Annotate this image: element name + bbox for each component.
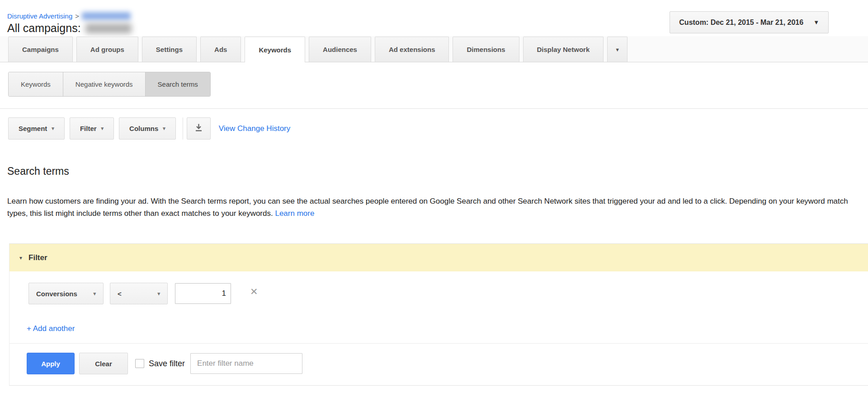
caret-down-icon: ▾: [157, 291, 160, 297]
filter-panel-footer: Apply Clear Save filter: [9, 343, 868, 385]
subtab-keywords[interactable]: Keywords: [9, 72, 63, 96]
clear-button[interactable]: Clear: [79, 353, 128, 374]
columns-button[interactable]: Columns ▾: [119, 117, 176, 140]
subtab-group: Keywords Negative keywords Search terms: [8, 72, 211, 97]
download-button[interactable]: [187, 117, 211, 140]
collapse-triangle-icon: ▾: [19, 255, 22, 261]
remove-condition-icon[interactable]: ✕: [250, 286, 258, 297]
subtab-negative-keywords[interactable]: Negative keywords: [63, 72, 145, 96]
report-toolbar: Segment ▾ Filter ▾ Columns ▾ View Change…: [8, 117, 868, 140]
adwords-page: Disruptive Advertising > All campaigns: …: [0, 0, 868, 415]
tab-keywords[interactable]: Keywords: [245, 37, 305, 62]
keyword-subtab-row: Keywords Negative keywords Search terms: [8, 72, 868, 97]
caret-down-icon: ▾: [93, 291, 96, 297]
filter-button-label: Filter: [80, 125, 97, 132]
date-range-label: Custom: Dec 21, 2015 - Mar 21, 2016: [679, 19, 803, 27]
condition-value-input[interactable]: [175, 283, 231, 304]
caret-down-icon: ▼: [813, 19, 819, 26]
add-another-link[interactable]: + Add another: [27, 324, 75, 333]
filter-name-input[interactable]: [190, 353, 302, 374]
caret-down-icon: ▾: [163, 126, 165, 131]
tab-ads[interactable]: Ads: [200, 37, 241, 62]
metric-dropdown[interactable]: Conversions ▾: [28, 283, 104, 304]
tab-dimensions[interactable]: Dimensions: [453, 37, 519, 62]
filter-panel-title: Filter: [28, 253, 47, 262]
segment-button-label: Segment: [19, 125, 47, 132]
view-change-history-link[interactable]: View Change History: [219, 124, 290, 133]
tab-campaigns[interactable]: Campaigns: [8, 37, 73, 62]
tab-ad-extensions[interactable]: Ad extensions: [375, 37, 449, 62]
toolbar-divider: [183, 117, 183, 140]
caret-down-icon: ▼: [615, 47, 620, 52]
report-description-text: Learn how customers are finding your ad.…: [7, 197, 848, 218]
filter-panel-header[interactable]: ▾ Filter: [9, 244, 868, 271]
redacted-breadcrumb-item: [82, 12, 131, 20]
more-tabs-button[interactable]: ▼: [607, 37, 627, 62]
columns-button-label: Columns: [129, 125, 158, 132]
date-range-selector[interactable]: Custom: Dec 21, 2015 - Mar 21, 2016 ▼: [670, 11, 829, 33]
breadcrumb-account-link[interactable]: Disruptive Advertising: [7, 12, 72, 20]
tab-settings[interactable]: Settings: [142, 37, 197, 62]
section-divider: [0, 108, 868, 109]
report-heading: Search terms: [7, 165, 868, 177]
page-title: All campaigns:: [7, 22, 81, 35]
save-filter-checkbox[interactable]: [135, 359, 144, 368]
segment-button[interactable]: Segment ▾: [8, 117, 65, 140]
save-filter-label: Save filter: [149, 359, 185, 368]
caret-down-icon: ▾: [52, 126, 54, 131]
report-description: Learn how customers are finding your ad.…: [7, 195, 861, 219]
apply-button[interactable]: Apply: [27, 353, 75, 374]
redacted-campaign-name: [85, 23, 132, 33]
caret-down-icon: ▾: [101, 126, 104, 131]
metric-dropdown-label: Conversions: [36, 290, 77, 298]
filter-panel: ▾ Filter Conversions ▾ < ▾ ✕ + Add anoth…: [9, 243, 868, 386]
breadcrumb-separator: >: [75, 12, 79, 20]
tab-ad-groups[interactable]: Ad groups: [76, 37, 138, 62]
page-header: Disruptive Advertising > All campaigns: …: [0, 0, 868, 36]
learn-more-link[interactable]: Learn more: [275, 209, 314, 218]
operator-dropdown[interactable]: < ▾: [110, 283, 168, 304]
download-icon: [194, 123, 203, 134]
tab-display-network[interactable]: Display Network: [523, 37, 604, 62]
filter-button[interactable]: Filter ▾: [70, 117, 114, 140]
main-tab-strip: Campaigns Ad groups Settings Ads Keyword…: [0, 36, 868, 62]
filter-condition-row: Conversions ▾ < ▾ ✕: [28, 283, 868, 304]
operator-dropdown-label: <: [118, 290, 122, 298]
subtab-search-terms[interactable]: Search terms: [145, 72, 210, 96]
filter-panel-body: Conversions ▾ < ▾ ✕ + Add another: [9, 271, 868, 333]
tab-audiences[interactable]: Audiences: [309, 37, 371, 62]
